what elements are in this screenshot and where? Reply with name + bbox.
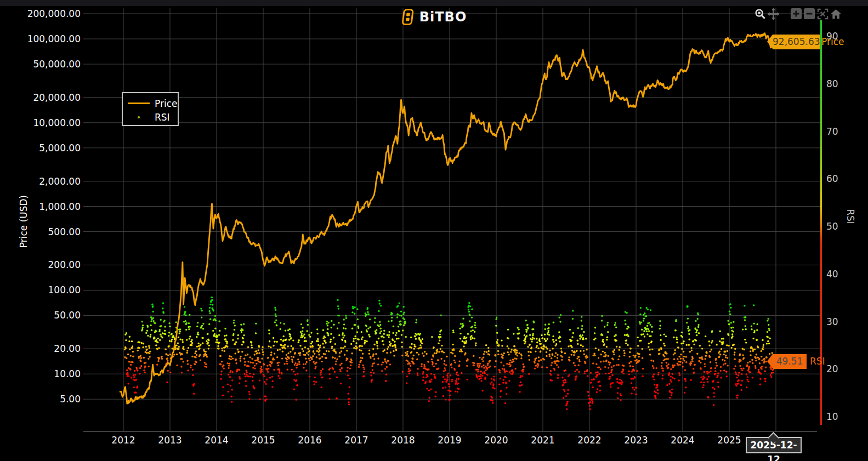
svg-text:2021: 2021	[531, 435, 554, 446]
svg-text:50,000.00: 50,000.00	[33, 59, 81, 70]
svg-text:60: 60	[826, 173, 838, 184]
svg-text:10.00: 10.00	[54, 368, 81, 379]
svg-text:80: 80	[826, 78, 838, 89]
plot-area[interactable]: 200,000.00100,000.0050,000.0020,000.0010…	[0, 0, 868, 461]
legend-item-price[interactable]: Price	[126, 96, 178, 110]
autoscale-button[interactable]	[816, 7, 829, 20]
svg-text:2023: 2023	[624, 435, 648, 446]
legend-item-rsi[interactable]: RSI	[126, 110, 178, 124]
svg-text:10,000.00: 10,000.00	[33, 117, 81, 128]
svg-text:200,000.00: 200,000.00	[27, 8, 81, 19]
zoom-out-button[interactable]	[803, 7, 816, 20]
rsi-value-flag: 49.51	[773, 354, 807, 369]
legend-label-price: Price	[155, 98, 177, 109]
svg-text:20: 20	[826, 363, 838, 374]
rsi-dot-swatch	[138, 116, 140, 118]
svg-text:20,000.00: 20,000.00	[33, 92, 81, 103]
zoom-in-button[interactable]	[790, 7, 803, 20]
zoom-tool-button[interactable]	[753, 7, 767, 20]
svg-text:2013: 2013	[158, 435, 181, 446]
svg-text:30: 30	[826, 316, 838, 327]
pan-arrows-icon	[767, 8, 780, 20]
svg-text:2015: 2015	[251, 435, 275, 446]
svg-text:5.00: 5.00	[60, 394, 81, 405]
svg-text:2012: 2012	[111, 435, 135, 446]
svg-text:1,000.00: 1,000.00	[39, 201, 81, 212]
svg-text:2025: 2025	[717, 435, 741, 446]
svg-text:20.00: 20.00	[54, 343, 81, 354]
svg-text:200.00: 200.00	[48, 259, 81, 270]
svg-text:5,000.00: 5,000.00	[39, 143, 81, 153]
svg-text:2024: 2024	[671, 435, 694, 446]
svg-text:50: 50	[826, 221, 838, 232]
svg-text:50.00: 50.00	[54, 310, 81, 321]
home-icon	[830, 8, 842, 20]
svg-text:10: 10	[826, 411, 838, 422]
modebar	[753, 7, 842, 20]
svg-text:40: 40	[826, 269, 838, 280]
y-axis-title-rsi: RSI	[845, 209, 856, 224]
magnifier-icon	[754, 8, 767, 20]
price-value: 92,605.63	[773, 36, 820, 47]
reset-axes-button[interactable]	[829, 7, 842, 20]
svg-text:2,000.00: 2,000.00	[39, 176, 81, 187]
pan-tool-button[interactable]	[767, 7, 780, 20]
y-axis-title-price: Price (USD)	[18, 195, 29, 248]
chart-root: 200,000.00100,000.0050,000.0020,000.0010…	[0, 0, 868, 461]
svg-text:100,000.00: 100,000.00	[27, 33, 81, 44]
minus-square-icon	[803, 8, 815, 20]
svg-text:2018: 2018	[391, 435, 415, 446]
legend[interactable]: Price RSI	[122, 92, 179, 126]
svg-text:2020: 2020	[484, 435, 508, 446]
date-flag: 2025-12-12	[746, 437, 802, 453]
svg-text:2019: 2019	[438, 435, 461, 446]
svg-text:100.00: 100.00	[48, 284, 81, 295]
autoscale-icon	[816, 8, 829, 20]
rsi-value: 49.51	[776, 356, 803, 367]
svg-text:500.00: 500.00	[48, 226, 81, 237]
svg-text:2017: 2017	[344, 435, 368, 446]
svg-text:70: 70	[826, 126, 838, 137]
price-flag-label: Price	[821, 35, 844, 49]
price-value-flag: 92,605.63	[773, 35, 820, 49]
plus-square-icon	[790, 8, 802, 20]
svg-text:2022: 2022	[577, 435, 601, 446]
price-line-swatch	[128, 103, 150, 104]
rsi-flag-label: RSI	[810, 354, 825, 369]
legend-label-rsi: RSI	[155, 112, 170, 123]
svg-text:2014: 2014	[205, 435, 228, 446]
svg-text:2016: 2016	[298, 435, 321, 446]
